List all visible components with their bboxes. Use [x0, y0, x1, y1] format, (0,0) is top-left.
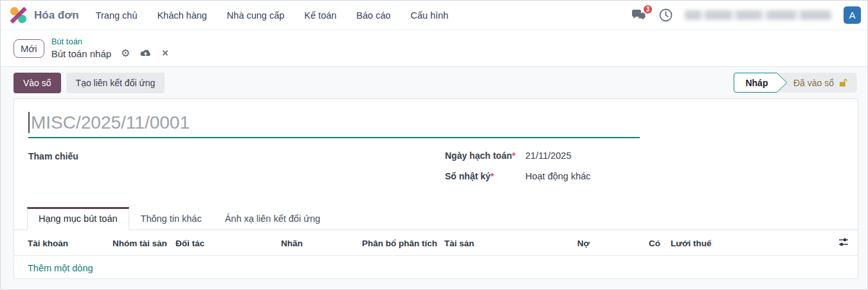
journal-label: Sổ nhật ký*	[445, 171, 525, 181]
tab-journal-items[interactable]: Hạng mục bút toán	[27, 207, 129, 230]
col-analytic-distribution[interactable]: Phân bổ phân tích	[359, 230, 442, 256]
col-asset[interactable]: Tài sản	[442, 230, 564, 256]
field-accounting-date: Ngày hạch toán* 21/11/2025	[445, 150, 844, 161]
document-number-input[interactable]: MISC/2025/11/0001	[28, 112, 640, 138]
app-logo-icon[interactable]	[10, 6, 27, 24]
notebook-tabs: Hạng mục bút toán Thông tin khác Ánh xạ …	[14, 207, 858, 230]
activities-icon[interactable]	[659, 8, 673, 22]
status-draft-label: Nháp	[734, 73, 788, 93]
field-journal: Sổ nhật ký* Hoạt động khác	[445, 171, 844, 181]
col-debit[interactable]: Nợ	[564, 230, 592, 256]
status-bar: Nháp Đã vào sổ	[734, 73, 857, 93]
lock-open-icon	[838, 78, 848, 87]
col-asset-group[interactable]: Nhóm tài sản	[110, 230, 173, 256]
discard-icon[interactable]: ✕	[161, 48, 168, 59]
action-bar: Vào sổ Tạo liên kết đối ứng Nháp Đã vào …	[1, 67, 867, 98]
col-label[interactable]: Nhãn	[278, 230, 359, 256]
cloud-upload-icon[interactable]	[140, 49, 152, 58]
app-name[interactable]: Hóa đơn	[34, 9, 79, 22]
menu-item-vendors[interactable]: Nhà cung cấp	[227, 10, 284, 21]
required-asterisk: *	[512, 150, 515, 161]
status-posted-label: Đã vào sổ	[793, 78, 834, 88]
menu-item-config[interactable]: Cấu hình	[411, 10, 449, 21]
journal-value[interactable]: Hoạt động khác	[525, 171, 591, 181]
form-fields: Tham chiếu Ngày hạch toán* 21/11/2025 Sổ…	[28, 150, 844, 192]
control-panel: Mới Bút toán Bút toán nháp ⚙ ✕	[1, 30, 867, 67]
menu-item-accounting[interactable]: Kế toán	[304, 10, 336, 21]
post-button[interactable]: Vào sổ	[14, 73, 61, 93]
col-tax-grid[interactable]: Lưới thuế	[663, 230, 746, 256]
avatar[interactable]: A	[844, 6, 861, 24]
journal-entry-page: Hóa đơn Trang chủ Khách hàng Nhà cung cấ…	[0, 0, 868, 290]
breadcrumb: Bút toán Bút toán nháp ⚙ ✕	[51, 37, 169, 60]
status-draft[interactable]: Nháp	[734, 73, 788, 93]
navbar-systray: 3 A	[631, 6, 861, 24]
tab-other-info[interactable]: Thông tin khác	[129, 207, 213, 230]
menu-item-reports[interactable]: Báo cáo	[356, 10, 390, 21]
gear-icon[interactable]: ⚙	[121, 48, 130, 59]
col-credit[interactable]: Có	[592, 230, 663, 256]
optional-columns-button[interactable]	[746, 230, 858, 256]
menu-item-home[interactable]: Trang chủ	[96, 10, 138, 21]
breadcrumb-current: Bút toán nháp	[51, 48, 111, 60]
journal-items-table: Tài khoản Nhóm tài sản Đối tác Nhãn Phân…	[14, 230, 858, 279]
messages-icon[interactable]: 3	[631, 9, 647, 22]
document-number-placeholder: MISC/2025/11/0001	[31, 113, 190, 133]
breadcrumb-parent-link[interactable]: Bút toán	[51, 37, 169, 48]
col-partner[interactable]: Đối tác	[173, 230, 278, 256]
form-sheet: MISC/2025/11/0001 Tham chiếu Ngày hạch t…	[14, 98, 858, 279]
new-button[interactable]: Mới	[14, 39, 44, 58]
required-asterisk: *	[491, 171, 494, 181]
col-account[interactable]: Tài khoản	[14, 230, 110, 256]
status-posted[interactable]: Đã vào sổ	[788, 78, 857, 88]
menu-item-customers[interactable]: Khách hàng	[157, 10, 206, 21]
accounting-date-value[interactable]: 21/11/2025	[525, 150, 572, 161]
messages-badge: 3	[642, 4, 653, 15]
text-cursor	[28, 112, 30, 133]
create-reconciliation-button[interactable]: Tạo liên kết đối ứng	[66, 73, 165, 93]
main-menu: Trang chủ Khách hàng Nhà cung cấp Kế toá…	[96, 10, 449, 21]
reference-label: Tham chiếu	[28, 151, 78, 161]
table-header-row: Tài khoản Nhóm tài sản Đối tác Nhãn Phân…	[14, 230, 858, 256]
accounting-date-label: Ngày hạch toán*	[445, 150, 525, 161]
tab-reconciliation-mapping[interactable]: Ánh xạ liên kết đối ứng	[213, 207, 332, 230]
top-navbar: Hóa đơn Trang chủ Khách hàng Nhà cung cấ…	[1, 1, 867, 30]
user-company-menu-blurred[interactable]	[685, 10, 831, 20]
add-line-link[interactable]: Thêm một dòng	[14, 256, 858, 279]
